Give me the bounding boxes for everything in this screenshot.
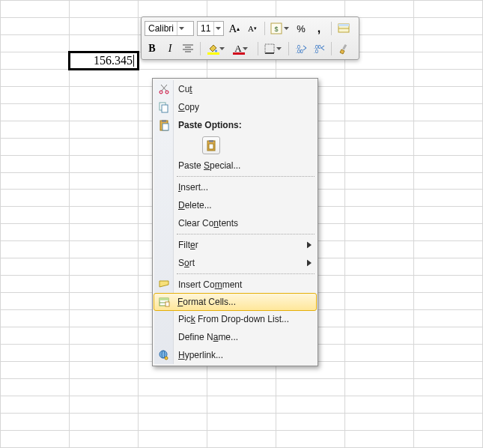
- menu-paste-options-header: Paste Options:: [154, 116, 316, 134]
- menu-format-cells[interactable]: Format Cells...: [154, 293, 317, 311]
- chevron-down-icon[interactable]: [275, 47, 282, 50]
- copy-icon: [158, 101, 170, 113]
- menu-copy[interactable]: Copy: [154, 98, 316, 116]
- svg-text:.0: .0: [314, 49, 318, 54]
- menu-delete[interactable]: Delete...: [154, 196, 316, 214]
- chevron-down-icon[interactable]: [218, 47, 225, 50]
- svg-rect-10: [265, 44, 274, 53]
- paste-default-button[interactable]: [202, 136, 220, 154]
- increase-font-button[interactable]: A▴: [227, 21, 242, 36]
- context-menu: Cut Copy Paste Options: Paste Special...…: [152, 78, 318, 366]
- menu-sort[interactable]: Sort: [154, 254, 316, 272]
- svg-point-17: [160, 91, 162, 94]
- font-size-combo[interactable]: 11: [197, 21, 224, 36]
- svg-rect-24: [162, 120, 166, 122]
- percent-icon: %: [297, 23, 306, 34]
- chevron-down-icon[interactable]: [242, 47, 249, 50]
- fill-color-button[interactable]: [205, 41, 228, 56]
- separator: [288, 42, 289, 55]
- percent-format-button[interactable]: %: [294, 21, 309, 36]
- align-center-icon: [183, 44, 193, 53]
- menu-define-name[interactable]: Define Name...: [154, 328, 316, 346]
- accounting-format-button[interactable]: $: [270, 21, 291, 36]
- svg-rect-3: [338, 24, 349, 26]
- font-color-button[interactable]: A: [231, 41, 253, 56]
- bold-button[interactable]: B: [145, 41, 160, 56]
- cell-value: 156.345: [94, 54, 133, 67]
- separator: [177, 273, 315, 274]
- paste-icon: [158, 119, 170, 131]
- svg-rect-30: [160, 298, 168, 300]
- italic-button[interactable]: I: [162, 41, 177, 56]
- text-caret: [133, 55, 134, 67]
- menu-paste-options-row: [154, 134, 316, 157]
- thousands-format-button[interactable]: ,: [312, 21, 326, 36]
- borders-button[interactable]: [263, 41, 284, 56]
- menu-clear-contents[interactable]: Clear Contents: [154, 214, 316, 232]
- increase-decimal-icon: .0 .00: [295, 43, 307, 54]
- decrease-decimal-button[interactable]: .00 .0: [312, 41, 326, 56]
- chevron-down-icon[interactable]: [282, 27, 290, 30]
- increase-decimal-button[interactable]: .0 .00: [294, 41, 309, 56]
- menu-hyperlink[interactable]: Hyperlink...: [154, 346, 316, 364]
- separator: [264, 22, 265, 35]
- submenu-arrow-icon: [307, 260, 312, 267]
- format-cells-icon: [338, 22, 350, 34]
- separator: [200, 42, 201, 55]
- menu-insert[interactable]: Insert...: [154, 178, 316, 196]
- menu-pick-from-list[interactable]: Pick From Drop-down List...: [154, 310, 316, 328]
- svg-text:.00: .00: [296, 49, 303, 54]
- separator: [258, 42, 258, 55]
- menu-filter[interactable]: Filter: [154, 236, 316, 254]
- menu-paste-special[interactable]: Paste Special...: [154, 157, 316, 175]
- separator: [331, 22, 332, 35]
- submenu-arrow-icon: [307, 242, 312, 249]
- font-name-combo[interactable]: Calibri: [145, 21, 194, 36]
- clipboard-icon: [205, 139, 217, 151]
- decrease-decimal-icon: .00 .0: [313, 43, 325, 54]
- format-painter-brush-button[interactable]: [336, 41, 351, 56]
- chevron-down-icon[interactable]: [177, 22, 186, 35]
- accounting-icon: $: [270, 22, 282, 34]
- align-center-button[interactable]: [180, 41, 195, 56]
- borders-icon: [264, 43, 275, 54]
- menu-cut[interactable]: Cut: [154, 80, 316, 98]
- svg-rect-32: [165, 302, 169, 306]
- font-name-value: Calibri: [145, 23, 177, 34]
- svg-rect-25: [162, 124, 168, 130]
- svg-rect-28: [209, 144, 213, 149]
- format-cells-icon: [158, 296, 170, 308]
- scissors-icon: [158, 83, 170, 95]
- mini-toolbar: Calibri 11 A▴ A▾ $ % ,: [141, 16, 359, 60]
- svg-rect-22: [162, 105, 168, 112]
- decrease-font-button[interactable]: A▾: [245, 21, 260, 36]
- brush-icon: [338, 43, 350, 55]
- svg-point-18: [165, 91, 168, 94]
- active-cell[interactable]: 156.345: [70, 52, 139, 69]
- svg-text:$: $: [274, 25, 278, 33]
- separator: [177, 234, 315, 234]
- separator: [177, 176, 315, 177]
- svg-rect-16: [342, 44, 347, 50]
- format-painter-button[interactable]: [336, 21, 351, 36]
- separator: [331, 42, 332, 55]
- font-size-value: 11: [198, 23, 213, 34]
- svg-line-19: [162, 85, 167, 91]
- comma-icon: ,: [318, 22, 321, 35]
- comment-icon: [158, 279, 170, 291]
- svg-line-20: [161, 85, 166, 91]
- menu-insert-comment[interactable]: Insert Comment: [154, 276, 316, 294]
- svg-rect-27: [209, 140, 213, 142]
- globe-link-icon: [158, 349, 170, 361]
- chevron-down-icon[interactable]: [213, 22, 222, 35]
